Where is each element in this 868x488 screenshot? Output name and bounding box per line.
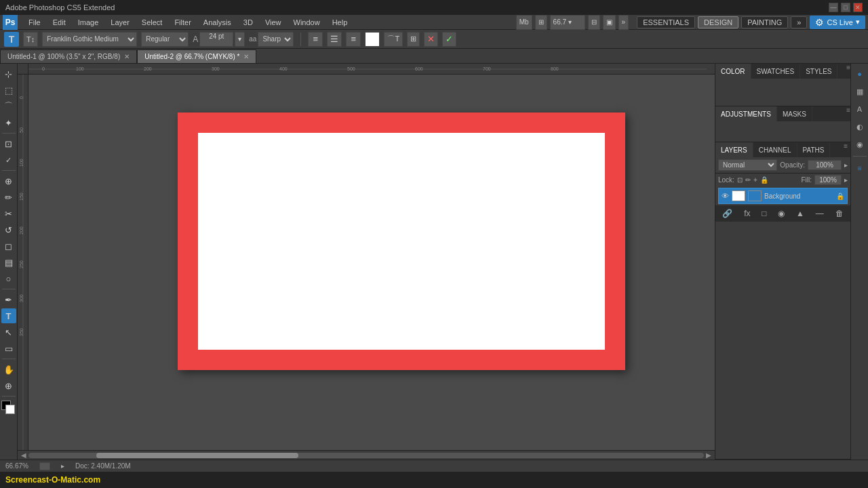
- tab-adjustments[interactable]: ADJUSTMENTS: [715, 106, 777, 121]
- scroll-thumb-h[interactable]: [96, 453, 299, 458]
- cs-live-button[interactable]: ⚙ CS Live ▾: [810, 16, 865, 29]
- tab-paths[interactable]: PATHS: [797, 142, 831, 157]
- lock-move-icon[interactable]: +: [753, 176, 757, 184]
- layer-mask-button[interactable]: □: [760, 207, 768, 220]
- maximize-button[interactable]: □: [841, 3, 850, 12]
- commit-transform-button[interactable]: ✓: [442, 32, 456, 47]
- workspace-design[interactable]: DESIGN: [698, 16, 738, 28]
- magic-wand-tool[interactable]: ✦: [1, 115, 16, 130]
- eraser-tool[interactable]: ◻: [1, 239, 16, 253]
- link-layers-button[interactable]: 🔗: [721, 207, 734, 220]
- type-tool-indicator[interactable]: T: [4, 32, 19, 47]
- character-palette-button[interactable]: ⊞: [407, 32, 420, 47]
- cancel-transform-button[interactable]: ✕: [424, 32, 438, 47]
- blend-mode-select[interactable]: Normal: [718, 159, 777, 171]
- menu-view[interactable]: View: [260, 17, 287, 28]
- menu-edit[interactable]: Edit: [47, 17, 71, 28]
- lock-all-icon[interactable]: 🔒: [760, 176, 768, 184]
- tab-untitled-2[interactable]: Untitled-2 @ 66.7% (CMYK/8) * ✕: [137, 49, 256, 63]
- fill-input[interactable]: [814, 175, 842, 185]
- hand-tool[interactable]: ✋: [1, 362, 16, 377]
- healing-tool[interactable]: ⊕: [1, 174, 16, 188]
- horizontal-scrollbar[interactable]: ◀ ▶: [18, 450, 715, 460]
- panel-icon-color[interactable]: ●: [852, 66, 867, 81]
- brush-tool[interactable]: ✏: [1, 190, 16, 205]
- antialiasing-select[interactable]: Sharp: [258, 32, 294, 47]
- panel-icon-masks[interactable]: ◉: [852, 137, 867, 152]
- menu-select[interactable]: Select: [136, 17, 168, 28]
- type-orientation[interactable]: T↕: [23, 32, 38, 47]
- font-size-input[interactable]: 24 pt: [199, 32, 233, 47]
- menu-layer[interactable]: Layer: [105, 17, 135, 28]
- dodge-tool[interactable]: ○: [1, 271, 16, 286]
- close-button[interactable]: ✕: [853, 3, 863, 12]
- layer-eye-icon[interactable]: 👁: [722, 192, 729, 200]
- scroll-right-button[interactable]: ▶: [704, 451, 713, 459]
- tab-color[interactable]: COLOR: [715, 64, 751, 79]
- tab-swatches[interactable]: SWATCHES: [751, 64, 801, 79]
- pen-tool[interactable]: ✒: [1, 292, 16, 307]
- crop-tool[interactable]: ⊡: [1, 136, 16, 151]
- panel-icon-adjustments[interactable]: ◐: [852, 119, 867, 134]
- gradient-tool[interactable]: ▤: [1, 255, 16, 270]
- new-layer-button[interactable]: —: [814, 207, 825, 220]
- align-center-button[interactable]: ☰: [327, 32, 342, 47]
- canvas-navigate-btn[interactable]: ▸: [61, 462, 64, 470]
- menu-help[interactable]: Help: [327, 17, 353, 28]
- minimize-button[interactable]: —: [829, 3, 838, 12]
- menu-image[interactable]: Image: [73, 17, 104, 28]
- canvas-document[interactable]: [178, 113, 625, 370]
- font-style-select[interactable]: Regular: [141, 32, 189, 47]
- tab-1-close[interactable]: ✕: [124, 53, 130, 60]
- tool-option-grid[interactable]: ⊞: [535, 15, 547, 30]
- layer-background[interactable]: 👁 Background 🔒: [718, 188, 848, 204]
- tool-option-more[interactable]: »: [618, 15, 629, 30]
- scroll-left-button[interactable]: ◀: [19, 451, 28, 459]
- menu-filter[interactable]: Filter: [169, 17, 196, 28]
- zoom-tool[interactable]: ⊕: [1, 378, 16, 393]
- tool-option-extra[interactable]: ▣: [603, 15, 616, 30]
- lock-transparent-icon[interactable]: ⊡: [737, 176, 743, 184]
- selection-tool[interactable]: ⬚: [1, 83, 16, 98]
- workspace-more[interactable]: »: [791, 16, 807, 28]
- background-color[interactable]: [5, 405, 15, 414]
- clone-tool[interactable]: ✂: [1, 206, 16, 221]
- text-color-swatch[interactable]: [365, 32, 380, 47]
- font-family-select[interactable]: Franklin Gothic Medium: [42, 32, 137, 47]
- history-tool[interactable]: ↺: [1, 222, 16, 237]
- tab-channel[interactable]: CHANNEL: [753, 142, 797, 157]
- fill-arrow[interactable]: ▸: [844, 176, 848, 184]
- menu-analysis[interactable]: Analysis: [198, 17, 237, 28]
- tab-styles[interactable]: STYLES: [800, 64, 837, 79]
- tool-option-zoom-val[interactable]: 66.7 ▾: [550, 15, 585, 30]
- type-tool[interactable]: T: [1, 308, 16, 323]
- font-size-dropdown[interactable]: ▾: [235, 32, 245, 47]
- workspace-essentials[interactable]: ESSENTIALS: [637, 16, 695, 28]
- layer-style-button[interactable]: fx: [743, 207, 751, 220]
- path-select-tool[interactable]: ↖: [1, 325, 16, 340]
- tab-2-close[interactable]: ✕: [243, 53, 249, 60]
- align-right-button[interactable]: ≡: [346, 32, 361, 47]
- tab-untitled-1[interactable]: Untitled-1 @ 100% (3.5" x 2", RGB/8) ✕: [0, 49, 137, 63]
- panel-icon-layers[interactable]: ≡: [852, 161, 867, 176]
- tool-option-arrange[interactable]: ⊟: [588, 15, 600, 30]
- workspace-painting[interactable]: PAINTING: [741, 16, 788, 28]
- move-tool[interactable]: ⊹: [1, 66, 16, 81]
- panel-icon-styles[interactable]: A: [852, 102, 867, 117]
- layers-panel-expand[interactable]: ≡: [844, 142, 848, 157]
- tool-option-mb[interactable]: Mb: [516, 15, 532, 30]
- menu-window[interactable]: Window: [288, 17, 326, 28]
- zoom-indicator[interactable]: [39, 462, 50, 470]
- shape-tool[interactable]: ▭: [1, 341, 16, 356]
- new-adjustment-button[interactable]: ◉: [776, 207, 786, 220]
- opacity-arrow[interactable]: ▸: [844, 161, 848, 169]
- eyedropper-tool[interactable]: ✓: [1, 152, 16, 167]
- panel-icon-swatches[interactable]: ▦: [852, 84, 867, 99]
- menu-file[interactable]: File: [23, 17, 46, 28]
- new-group-button[interactable]: ▲: [795, 207, 806, 220]
- scroll-track-h[interactable]: [28, 453, 704, 458]
- tab-masks[interactable]: MASKS: [777, 106, 812, 121]
- align-left-button[interactable]: ≡: [308, 32, 323, 47]
- color-swatches[interactable]: [1, 401, 16, 415]
- lasso-tool[interactable]: ⌒: [1, 99, 16, 114]
